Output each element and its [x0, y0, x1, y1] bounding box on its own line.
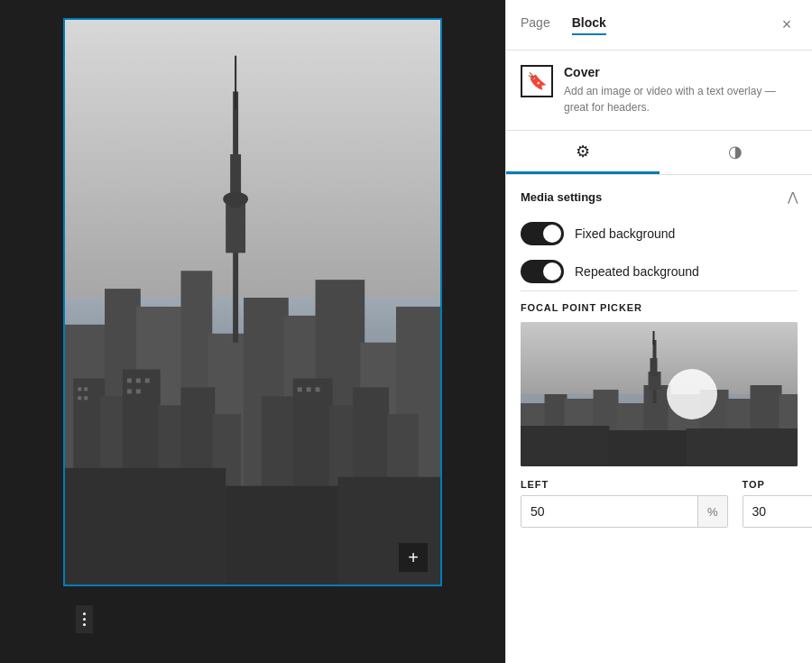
- repeated-background-toggle[interactable]: [521, 260, 564, 283]
- focal-picker-image: [521, 322, 798, 466]
- sub-tab-settings[interactable]: ⚙: [506, 131, 660, 174]
- fixed-bg-track: [521, 222, 564, 245]
- focal-point-label: FOCAL POINT PICKER: [521, 302, 798, 313]
- tab-block[interactable]: Block: [572, 15, 606, 35]
- fixed-background-row: Fixed background: [506, 215, 812, 253]
- bookmark-icon: 🔖: [527, 71, 547, 91]
- media-settings-header: Media settings ⋀: [506, 175, 812, 215]
- left-input-wrapper: %: [521, 495, 728, 528]
- svg-rect-62: [687, 428, 798, 466]
- block-description: Cover Add an image or video with a text …: [564, 65, 798, 115]
- left-unit: %: [697, 496, 727, 527]
- left-coord-group: LEFT %: [521, 479, 728, 528]
- canvas-block: +: [63, 18, 442, 586]
- panel-tabs: Page Block: [521, 15, 606, 35]
- collapse-button[interactable]: ⋀: [788, 189, 798, 204]
- svg-rect-34: [145, 378, 150, 382]
- block-subtitle: Add an image or video with a text overla…: [564, 83, 798, 115]
- svg-rect-39: [316, 387, 320, 391]
- svg-rect-32: [127, 378, 132, 382]
- sub-tabs: ⚙ ◑: [506, 131, 812, 175]
- canvas-image: [65, 20, 440, 585]
- repeated-background-row: Repeated background: [506, 253, 812, 290]
- block-type-icon: 🔖: [521, 65, 553, 97]
- svg-rect-31: [84, 396, 88, 400]
- add-block-button[interactable]: +: [399, 543, 428, 572]
- settings-panel: Page Block × 🔖 Cover Add an image or vid…: [505, 0, 812, 663]
- close-button[interactable]: ×: [776, 14, 798, 36]
- svg-rect-29: [84, 387, 88, 391]
- tab-page[interactable]: Page: [521, 15, 550, 35]
- top-label: TOP: [743, 479, 812, 490]
- focal-point-picker[interactable]: [521, 322, 798, 466]
- drag-handle[interactable]: [76, 605, 93, 633]
- svg-rect-61: [608, 430, 689, 466]
- svg-rect-58: [651, 358, 658, 376]
- svg-rect-38: [307, 387, 311, 391]
- sub-tab-style[interactable]: ◑: [660, 131, 813, 174]
- left-label: LEFT: [521, 479, 728, 490]
- dot-3: [83, 623, 86, 626]
- svg-rect-28: [78, 387, 81, 391]
- dot-1: [83, 612, 86, 615]
- svg-rect-37: [298, 387, 302, 391]
- svg-rect-41: [226, 486, 342, 585]
- city-skyline-svg: [65, 20, 440, 585]
- svg-point-15: [223, 192, 248, 207]
- panel-header: Page Block ×: [506, 0, 812, 51]
- top-input[interactable]: [743, 496, 812, 527]
- focal-point-handle[interactable]: [667, 369, 717, 419]
- media-settings-title: Media settings: [521, 190, 602, 204]
- svg-rect-35: [127, 389, 132, 393]
- svg-rect-33: [136, 378, 141, 382]
- contrast-icon: ◑: [728, 142, 743, 161]
- fixed-background-label: Fixed background: [575, 226, 675, 241]
- svg-rect-36: [136, 389, 141, 393]
- fixed-background-toggle[interactable]: [521, 222, 564, 245]
- top-input-wrapper: %: [743, 495, 812, 528]
- svg-rect-59: [653, 331, 655, 345]
- coord-row: LEFT % TOP %: [521, 479, 798, 528]
- editor-area: +: [0, 0, 505, 663]
- svg-rect-30: [78, 396, 81, 400]
- repeated-background-label: Repeated background: [575, 264, 699, 279]
- svg-rect-40: [65, 468, 226, 585]
- block-title: Cover: [564, 65, 798, 79]
- left-input[interactable]: [521, 496, 697, 527]
- dot-2: [83, 618, 86, 621]
- repeated-bg-track: [521, 260, 564, 283]
- top-coord-group: TOP %: [743, 479, 812, 528]
- focal-point-section: FOCAL POINT PICKER: [506, 291, 812, 539]
- panel-content: 🔖 Cover Add an image or video with a tex…: [506, 51, 812, 663]
- gear-icon: ⚙: [576, 142, 590, 161]
- svg-rect-60: [521, 426, 610, 466]
- block-info: 🔖 Cover Add an image or video with a tex…: [506, 51, 812, 131]
- svg-rect-16: [235, 56, 236, 110]
- block-toolbar: [63, 588, 442, 649]
